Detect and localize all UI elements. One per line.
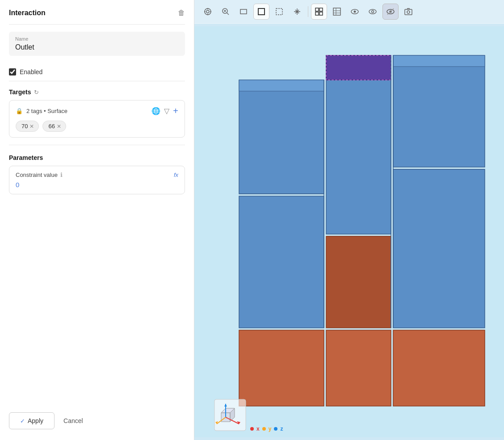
svg-line-7	[227, 13, 229, 15]
constraint-value: 0	[16, 181, 178, 189]
axis-labels: x y z	[250, 426, 283, 432]
check-icon: ✓	[20, 418, 25, 424]
enabled-label: Enabled	[20, 68, 42, 75]
svg-point-29	[407, 11, 410, 13]
targets-actions: 🌐 ▽ +	[151, 106, 178, 116]
bottom-actions: ✓ Apply Cancel	[0, 402, 194, 440]
svg-rect-28	[405, 9, 412, 15]
z-label: z	[280, 426, 283, 432]
enabled-checkbox[interactable]	[9, 68, 16, 75]
svg-marker-38	[326, 55, 391, 234]
tag-70-label: 70	[21, 123, 28, 130]
delete-icon[interactable]: 🗑	[178, 9, 185, 17]
fx-button[interactable]: fx	[174, 172, 178, 178]
name-section: Name Outlet	[0, 25, 194, 63]
svg-rect-13	[315, 8, 319, 11]
svg-marker-32	[326, 330, 391, 406]
y-label: y	[269, 426, 272, 432]
eye-active-btn[interactable]	[382, 4, 399, 20]
panel-header: Interaction 🗑	[0, 0, 194, 24]
name-field: Name Outlet	[9, 32, 185, 56]
tags-row: 70 ✕ 66 ✕	[16, 121, 178, 132]
constraint-label: Constraint value	[16, 172, 58, 178]
name-value: Outlet	[15, 43, 179, 51]
x-dot	[250, 427, 254, 431]
scene-container[interactable]: x y z	[194, 24, 504, 440]
lock-icon: 🔒	[16, 108, 23, 114]
enabled-row: Enabled	[0, 63, 194, 81]
svg-rect-16	[319, 12, 323, 15]
targets-header: Targets ↻	[0, 81, 194, 100]
toolbar	[194, 0, 504, 24]
svg-rect-11	[258, 8, 265, 15]
z-dot	[274, 427, 277, 431]
svg-marker-43	[393, 55, 485, 67]
camera-btn[interactable]	[400, 4, 416, 20]
dotted-btn[interactable]	[271, 4, 287, 20]
svg-rect-10	[240, 9, 247, 14]
svg-marker-39	[393, 55, 485, 167]
cancel-button[interactable]: Cancel	[60, 413, 87, 429]
tag-66: 66 ✕	[42, 121, 66, 132]
constraint-left: Constraint value ℹ	[16, 172, 63, 178]
info-icon[interactable]: ℹ	[60, 172, 63, 178]
add-target-icon[interactable]: +	[173, 106, 178, 116]
square-btn[interactable]	[253, 4, 269, 20]
targets-title: Targets	[9, 88, 31, 96]
refresh-icon[interactable]: ↻	[34, 89, 39, 96]
apply-label: Apply	[28, 417, 43, 424]
svg-point-23	[369, 9, 376, 14]
grid3d-btn[interactable]	[311, 4, 327, 20]
transform-btn[interactable]	[289, 4, 305, 20]
eye-btn[interactable]	[365, 4, 381, 20]
targets-card: 🔒 2 tags • Surface 🌐 ▽ + 70 ✕ 66 ✕	[9, 100, 185, 138]
right-panel: x y z	[194, 0, 504, 440]
x-label: x	[256, 426, 260, 432]
left-panel: Interaction 🗑 Name Outlet Enabled Target…	[0, 0, 194, 440]
target-btn[interactable]	[200, 4, 216, 20]
svg-marker-35	[326, 236, 391, 328]
zoom-btn[interactable]	[218, 4, 234, 20]
svg-marker-31	[239, 330, 324, 406]
svg-marker-34	[239, 196, 324, 328]
tag-66-label: 66	[48, 123, 55, 130]
y-dot	[262, 427, 266, 431]
svg-marker-33	[393, 330, 485, 406]
constraint-header: Constraint value ℹ fx	[16, 172, 178, 178]
table-btn[interactable]	[329, 4, 345, 20]
svg-marker-42	[239, 80, 324, 91]
tag-66-close[interactable]: ✕	[57, 124, 61, 129]
scene-svg	[194, 24, 504, 440]
svg-marker-37	[239, 80, 324, 194]
svg-point-1	[206, 10, 209, 13]
apply-button[interactable]: ✓ Apply	[9, 412, 55, 429]
eye-filter-btn[interactable]	[347, 4, 363, 20]
svg-rect-12	[276, 8, 282, 15]
toolbar-sep-1	[308, 6, 308, 17]
targets-row: 🔒 2 tags • Surface 🌐 ▽ +	[16, 106, 178, 116]
svg-point-22	[354, 11, 356, 13]
svg-rect-15	[315, 12, 319, 15]
svg-point-24	[372, 11, 374, 13]
globe-icon[interactable]: 🌐	[151, 107, 160, 115]
svg-marker-36	[393, 169, 485, 328]
parameters-header: Parameters	[0, 145, 194, 166]
svg-marker-40	[326, 55, 391, 80]
tag-70: 70 ✕	[16, 121, 39, 132]
panel-title: Interaction	[9, 9, 46, 17]
svg-point-0	[205, 8, 211, 15]
rect-btn[interactable]	[235, 4, 252, 20]
name-label: Name	[15, 36, 179, 42]
tag-70-close[interactable]: ✕	[29, 124, 34, 129]
targets-left: 🔒 2 tags • Surface	[16, 108, 67, 114]
svg-rect-17	[333, 8, 340, 15]
svg-rect-14	[319, 8, 323, 11]
constraint-section: Constraint value ℹ fx 0	[9, 166, 185, 194]
targets-info: 2 tags • Surface	[26, 108, 67, 114]
filter-icon[interactable]: ▽	[164, 107, 169, 115]
